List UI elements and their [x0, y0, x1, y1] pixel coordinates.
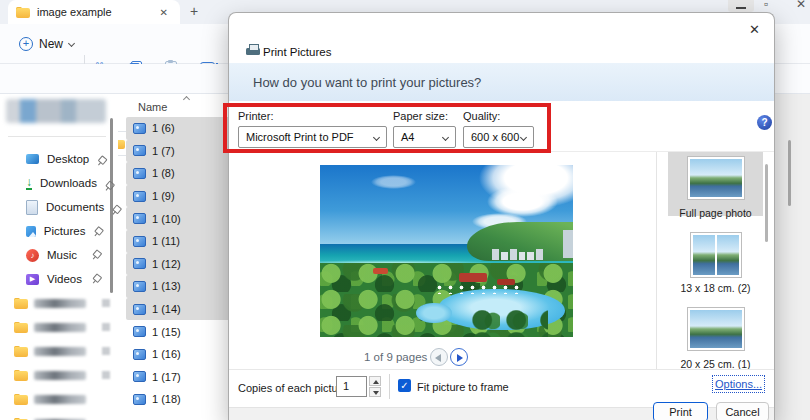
folder-icon	[14, 322, 28, 333]
sidebar-divider	[8, 136, 106, 137]
file-name: 1 (9)	[152, 190, 175, 202]
jpg-file-icon	[133, 213, 146, 224]
sidebar-item-music[interactable]: ♪ Music	[0, 243, 110, 267]
jpg-file-icon	[133, 326, 146, 337]
file-name: 1 (14)	[152, 303, 181, 315]
sidebar-item-desktop[interactable]: Desktop	[0, 147, 110, 171]
file-list: Name 1 (6) 1 (7) 1 (8) 1 (9) 1 (10)	[126, 94, 230, 420]
file-row[interactable]: 1 (17)	[126, 366, 230, 389]
screen: image example ✕ + ▫ ✕ + New ✂ A ← → ↑ › …	[0, 0, 810, 420]
file-name: 1 (11)	[152, 235, 180, 247]
file-row[interactable]: 1 (16)	[126, 343, 230, 366]
sidebar-scrollbar[interactable]	[110, 118, 113, 293]
dialog-footer: Print Cancel	[229, 407, 774, 420]
next-page-button[interactable]	[450, 348, 468, 366]
triangle-right-icon	[457, 354, 463, 362]
controls-divider	[389, 374, 390, 399]
jpg-file-icon	[133, 168, 146, 179]
jpg-file-icon	[133, 123, 146, 134]
tab-close-icon[interactable]: ✕	[156, 7, 172, 18]
file-row[interactable]: 1 (9)	[126, 185, 230, 208]
folder-icon	[14, 370, 28, 381]
file-row[interactable]: 1 (18)	[126, 388, 230, 411]
file-row[interactable]: 1 (7)	[126, 140, 230, 163]
sidebar-item-downloads[interactable]: ↓ Downloads	[0, 171, 110, 195]
chevron-down-icon	[68, 40, 75, 47]
explorer-tab[interactable]: image example ✕	[8, 0, 180, 24]
pin-icon	[102, 179, 108, 187]
layout-option-full-page[interactable]: Full page photo	[668, 152, 763, 216]
file-row[interactable]: 1 (8)	[126, 162, 230, 185]
dialog-question: How do you want to print your pictures?	[253, 75, 481, 90]
file-row[interactable]: 1 (15)	[126, 320, 230, 343]
new-button[interactable]: + New	[10, 30, 83, 57]
stepper-down-button[interactable]	[369, 387, 381, 397]
print-button[interactable]: Print	[653, 402, 708, 420]
file-name: 1 (10)	[152, 213, 181, 225]
help-button[interactable]: ?	[757, 115, 772, 130]
dialog-close-button[interactable]: ✕	[749, 22, 760, 37]
blurred-sidebar-item[interactable]	[6, 99, 106, 123]
jpg-file-icon	[133, 236, 146, 247]
file-rows: 1 (6) 1 (7) 1 (8) 1 (9) 1 (10) 1 (11)	[126, 117, 230, 411]
triangle-left-icon	[435, 354, 441, 362]
sidebar-item-documents[interactable]: Documents	[0, 195, 110, 219]
previous-page-button[interactable]	[430, 348, 448, 366]
window-maximize-button[interactable]: ▫	[764, 0, 768, 11]
layout-option-13x18[interactable]: 13 x 18 cm. (2)	[668, 232, 763, 292]
options-link[interactable]: Options...	[715, 378, 762, 390]
plus-icon: +	[19, 37, 33, 51]
stepper-up-button[interactable]	[369, 376, 381, 386]
file-row[interactable]: 1 (12)	[126, 253, 230, 276]
music-icon: ♪	[26, 249, 39, 262]
file-name: 1 (18)	[152, 393, 181, 405]
dialog-title: Print Pictures	[263, 46, 331, 58]
file-row[interactable]: 1 (6)	[126, 117, 230, 140]
jpg-file-icon	[133, 304, 146, 315]
file-name: 1 (16)	[152, 348, 181, 360]
file-row[interactable]: 1 (10)	[126, 207, 230, 230]
file-row[interactable]: 1 (13)	[126, 275, 230, 298]
sort-ascending-icon	[183, 96, 190, 103]
blurred-folder-item[interactable]	[0, 363, 110, 387]
page-navigation: 1 of 9 pages	[229, 347, 656, 369]
preview-photo	[320, 165, 573, 337]
blurred-folder-item[interactable]	[0, 315, 110, 339]
print-pictures-dialog: Print Pictures ✕ How do you want to prin…	[228, 12, 775, 420]
sidebar-item-pictures[interactable]: Pictures	[0, 219, 110, 243]
column-header-name[interactable]: Name	[138, 101, 167, 113]
copies-input[interactable]: 1	[336, 376, 367, 397]
highlight-rectangle	[223, 103, 551, 153]
folder-icon	[14, 346, 28, 357]
blurred-folder-item[interactable]	[0, 387, 110, 411]
file-name: 1 (8)	[152, 167, 175, 179]
dialog-header-band: How do you want to print your pictures?	[229, 63, 774, 101]
pin-icon	[89, 272, 103, 286]
file-name: 1 (13)	[152, 280, 181, 292]
explorer-scrollbar[interactable]	[788, 140, 791, 206]
blurred-folder-item[interactable]	[0, 339, 110, 363]
file-name: 1 (6)	[152, 122, 175, 134]
layout-panel-scrollbar[interactable]	[765, 164, 768, 242]
explorer-right-area	[775, 94, 810, 420]
file-name: 1 (12)	[152, 258, 181, 270]
folder-icon	[14, 298, 28, 309]
file-row[interactable]: 1 (11)	[126, 230, 230, 253]
sidebar-item-videos[interactable]: ▶ Videos	[0, 267, 110, 291]
fit-picture-label: Fit picture to frame	[417, 381, 509, 393]
window-minimize-button[interactable]	[728, 0, 754, 12]
layout-option-20x25[interactable]: 20 x 25 cm. (1)	[668, 307, 763, 367]
cancel-button[interactable]: Cancel	[716, 402, 769, 420]
page-status: 1 of 9 pages	[364, 351, 427, 363]
file-name: 1 (7)	[152, 145, 175, 157]
new-tab-button[interactable]: +	[190, 3, 198, 19]
fit-picture-checkbox[interactable]: ✓	[398, 379, 411, 392]
file-row[interactable]: 1 (14)	[126, 298, 230, 321]
blurred-folder-item[interactable]	[0, 291, 110, 315]
window-close-button[interactable]: ✕	[796, 0, 806, 11]
file-name: 1 (17)	[152, 371, 181, 383]
blurred-folder-item[interactable]	[0, 411, 110, 420]
copies-stepper	[369, 376, 381, 397]
documents-icon	[26, 200, 38, 214]
jpg-file-icon	[133, 191, 146, 202]
